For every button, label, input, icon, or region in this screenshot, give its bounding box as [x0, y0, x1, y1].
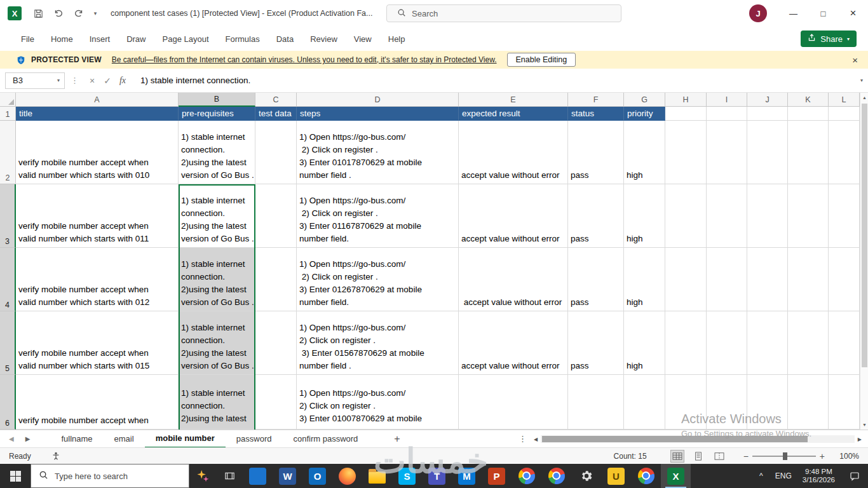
cell-J2[interactable] [747, 121, 788, 184]
expand-formula-bar-icon[interactable]: ▾ [860, 78, 863, 83]
horizontal-scrollbar-track[interactable] [541, 435, 855, 443]
cell-E2[interactable]: accept value without error [459, 121, 568, 184]
cell-K3[interactable] [788, 184, 829, 248]
cell-I1[interactable] [707, 107, 747, 121]
column-header-H[interactable]: H [665, 93, 707, 107]
cell-L2[interactable] [829, 121, 860, 184]
normal-view-icon[interactable] [671, 451, 684, 462]
cell-A1[interactable]: title [16, 107, 179, 121]
maximize-button[interactable]: □ [808, 0, 838, 27]
cell-D3[interactable]: 1) Open https://go-bus.com/ 2) Click on … [297, 184, 459, 248]
cell-F4[interactable]: pass [568, 248, 624, 311]
scroll-left-icon[interactable]: ◀ [534, 437, 538, 442]
chrome-icon-2[interactable] [541, 464, 571, 488]
cell-C2[interactable] [255, 121, 297, 184]
menu-draw[interactable]: Draw [118, 27, 154, 51]
insert-function-icon[interactable]: fx [115, 76, 130, 86]
search-highlights-icon[interactable] [189, 464, 216, 488]
sheet-tab-password[interactable]: password [226, 430, 283, 448]
horizontal-scrollbar-thumb[interactable] [542, 436, 808, 442]
cell-E1[interactable]: expected result [459, 107, 568, 121]
column-header-C[interactable]: C [255, 93, 297, 107]
chrome-icon-3[interactable] [631, 464, 661, 488]
column-header-K[interactable]: K [788, 93, 829, 107]
task-view-icon[interactable] [216, 464, 243, 488]
name-box-caret-icon[interactable]: ▾ [57, 78, 60, 83]
menu-page-layout[interactable]: Page Layout [154, 27, 217, 51]
cell-L5[interactable] [829, 311, 860, 375]
menu-file[interactable]: File [13, 27, 43, 51]
chrome-icon[interactable] [512, 464, 541, 488]
menu-review[interactable]: Review [302, 27, 346, 51]
select-all-corner[interactable] [0, 93, 16, 107]
cell-I4[interactable] [707, 248, 747, 311]
cell-J5[interactable] [747, 311, 788, 375]
cell-L6[interactable] [829, 375, 860, 430]
undo-icon[interactable] [48, 4, 69, 23]
cell-D4[interactable]: 1) Open https://go-bus.com/ 2) Click on … [297, 248, 459, 311]
cell-K2[interactable] [788, 121, 829, 184]
cell-D6[interactable]: 1) Open https://go-bus.com/ 2) Click on … [297, 375, 459, 430]
sheet-tab-mobile-number[interactable]: mobile number [145, 430, 226, 448]
notes-app-icon[interactable]: U [601, 464, 631, 488]
scroll-right-icon[interactable]: ▶ [858, 437, 862, 442]
cell-F3[interactable]: pass [568, 184, 624, 248]
cell-F6[interactable] [568, 375, 624, 430]
menu-data[interactable]: Data [268, 27, 302, 51]
user-avatar[interactable]: J [749, 4, 767, 22]
cell-G3[interactable]: high [624, 184, 665, 248]
share-button[interactable]: Share ▾ [801, 30, 857, 47]
horizontal-scrollbar[interactable]: ◀ ▶ [534, 435, 862, 444]
save-icon[interactable] [28, 4, 48, 23]
cell-H4[interactable] [665, 248, 707, 311]
menu-view[interactable]: View [346, 27, 380, 51]
menu-help[interactable]: Help [380, 27, 414, 51]
cell-D1[interactable]: steps [297, 107, 459, 121]
search-box[interactable]: Search [386, 4, 621, 22]
cell-C5[interactable] [255, 311, 297, 375]
next-sheet-icon[interactable]: ▶ [25, 435, 31, 442]
cell-J4[interactable] [747, 248, 788, 311]
cell-B1[interactable]: pre-requisites [179, 107, 255, 121]
cell-G6[interactable] [624, 375, 665, 430]
excel-taskbar-icon[interactable]: X [661, 464, 691, 488]
banner-close-icon[interactable]: × [852, 55, 858, 65]
cell-I2[interactable] [707, 121, 747, 184]
cell-B5[interactable]: 1) stable internet connection. 2)using t… [179, 311, 255, 375]
cell-A4[interactable]: verify mobile number accept when valid n… [16, 248, 179, 311]
store-icon[interactable] [243, 464, 273, 488]
teams-icon[interactable]: T [422, 464, 452, 488]
row-header-4[interactable]: 4 [0, 248, 16, 311]
notification-center-icon[interactable] [841, 471, 868, 481]
file-explorer-icon[interactable] [362, 464, 392, 488]
cell-I5[interactable] [707, 311, 747, 375]
new-sheet-icon[interactable]: + [394, 433, 400, 445]
row-header-2[interactable]: 2 [0, 121, 16, 184]
scroll-up-icon[interactable]: ▲ [860, 93, 868, 102]
cell-C1[interactable]: test data [255, 107, 297, 121]
redo-icon[interactable] [69, 4, 89, 23]
cell-H1[interactable] [665, 107, 707, 121]
cancel-entry-icon[interactable]: × [85, 76, 100, 86]
cell-K4[interactable] [788, 248, 829, 311]
cell-I3[interactable] [707, 184, 747, 248]
cell-A5[interactable]: verify mobile number accept when valid n… [16, 311, 179, 375]
cell-F5[interactable]: pass [568, 311, 624, 375]
menu-home[interactable]: Home [43, 27, 81, 51]
sheet-tab-email[interactable]: email [104, 430, 145, 448]
name-box[interactable]: B3 ▾ [5, 72, 65, 89]
skype-icon[interactable]: S [392, 464, 422, 488]
cell-E6[interactable] [459, 375, 568, 430]
language-indicator[interactable]: ENG [771, 471, 796, 480]
powerpoint-icon[interactable]: P [482, 464, 512, 488]
cell-H2[interactable] [665, 121, 707, 184]
firefox-icon[interactable] [332, 464, 362, 488]
cell-L4[interactable] [829, 248, 860, 311]
cell-E3[interactable]: accept value without error [459, 184, 568, 248]
word-icon[interactable]: W [273, 464, 302, 488]
cell-B4[interactable]: 1) stable internet connection. 2)using t… [179, 248, 255, 311]
column-header-F[interactable]: F [568, 93, 624, 107]
cell-F2[interactable]: pass [568, 121, 624, 184]
accessibility-icon[interactable] [51, 451, 60, 461]
cell-J6[interactable] [747, 375, 788, 430]
